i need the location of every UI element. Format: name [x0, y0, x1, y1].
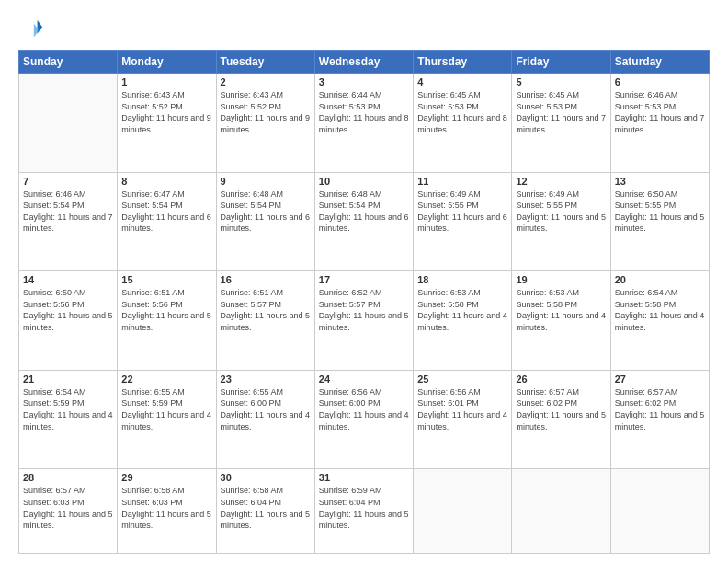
day-number: 6 [615, 76, 705, 87]
day-info: Sunrise: 6:58 AM Sunset: 6:04 PM Dayligh… [221, 485, 311, 531]
calendar-cell [19, 74, 118, 173]
logo [18, 17, 48, 42]
day-info: Sunrise: 6:56 AM Sunset: 6:00 PM Dayligh… [319, 386, 409, 432]
day-info: Sunrise: 6:48 AM Sunset: 5:54 PM Dayligh… [319, 189, 409, 235]
logo-icon [18, 17, 44, 42]
calendar-cell: 30Sunrise: 6:58 AM Sunset: 6:04 PM Dayli… [216, 469, 314, 554]
calendar-cell: 5Sunrise: 6:45 AM Sunset: 5:53 PM Daylig… [512, 74, 610, 173]
day-info: Sunrise: 6:50 AM Sunset: 5:55 PM Dayligh… [615, 189, 705, 235]
day-info: Sunrise: 6:59 AM Sunset: 6:04 PM Dayligh… [319, 485, 409, 531]
day-number: 22 [121, 373, 211, 385]
day-number: 30 [221, 472, 311, 483]
day-number: 14 [23, 274, 113, 285]
day-number: 2 [221, 76, 311, 87]
day-number: 19 [516, 274, 606, 285]
week-row-1: 1Sunrise: 6:43 AM Sunset: 5:52 PM Daylig… [19, 74, 710, 173]
day-number: 23 [221, 373, 311, 385]
day-number: 18 [417, 274, 507, 285]
day-number: 28 [23, 472, 113, 483]
day-number: 21 [23, 373, 113, 385]
calendar-cell: 1Sunrise: 6:43 AM Sunset: 5:52 PM Daylig… [118, 74, 216, 173]
calendar-cell: 25Sunrise: 6:56 AM Sunset: 6:01 PM Dayli… [414, 370, 512, 469]
calendar-cell: 10Sunrise: 6:48 AM Sunset: 5:54 PM Dayli… [314, 172, 413, 271]
calendar-cell: 13Sunrise: 6:50 AM Sunset: 5:55 PM Dayli… [610, 172, 709, 271]
day-info: Sunrise: 6:50 AM Sunset: 5:56 PM Dayligh… [23, 287, 113, 333]
day-info: Sunrise: 6:57 AM Sunset: 6:02 PM Dayligh… [516, 386, 606, 432]
calendar-cell: 8Sunrise: 6:47 AM Sunset: 5:54 PM Daylig… [118, 172, 216, 271]
calendar-cell: 7Sunrise: 6:46 AM Sunset: 5:54 PM Daylig… [19, 172, 118, 271]
page: SundayMondayTuesdayWednesdayThursdayFrid… [0, 0, 728, 563]
weekday-header-saturday: Saturday [610, 51, 709, 74]
day-number: 7 [23, 176, 113, 187]
calendar-cell: 29Sunrise: 6:58 AM Sunset: 6:03 PM Dayli… [118, 469, 216, 554]
weekday-header-thursday: Thursday [414, 51, 512, 74]
week-row-3: 14Sunrise: 6:50 AM Sunset: 5:56 PM Dayli… [19, 271, 710, 371]
weekday-header-tuesday: Tuesday [216, 51, 314, 74]
calendar-cell: 14Sunrise: 6:50 AM Sunset: 5:56 PM Dayli… [19, 271, 118, 371]
calendar-cell: 9Sunrise: 6:48 AM Sunset: 5:54 PM Daylig… [216, 172, 314, 271]
day-info: Sunrise: 6:48 AM Sunset: 5:54 PM Dayligh… [221, 189, 311, 235]
day-info: Sunrise: 6:53 AM Sunset: 5:58 PM Dayligh… [516, 287, 606, 333]
day-info: Sunrise: 6:53 AM Sunset: 5:58 PM Dayligh… [417, 287, 507, 333]
calendar-cell [610, 469, 709, 554]
day-number: 4 [417, 76, 507, 87]
day-info: Sunrise: 6:56 AM Sunset: 6:01 PM Dayligh… [417, 386, 507, 432]
day-info: Sunrise: 6:52 AM Sunset: 5:57 PM Dayligh… [319, 287, 409, 333]
header [18, 17, 710, 42]
day-info: Sunrise: 6:44 AM Sunset: 5:53 PM Dayligh… [319, 89, 409, 135]
calendar-cell: 24Sunrise: 6:56 AM Sunset: 6:00 PM Dayli… [314, 370, 413, 469]
calendar-cell: 3Sunrise: 6:44 AM Sunset: 5:53 PM Daylig… [314, 74, 413, 173]
day-info: Sunrise: 6:54 AM Sunset: 5:58 PM Dayligh… [615, 287, 705, 333]
weekday-header-monday: Monday [118, 51, 216, 74]
calendar-cell: 6Sunrise: 6:46 AM Sunset: 5:53 PM Daylig… [610, 74, 709, 173]
day-number: 1 [121, 76, 211, 87]
day-number: 17 [319, 274, 409, 285]
weekday-header-friday: Friday [512, 51, 610, 74]
calendar-cell: 17Sunrise: 6:52 AM Sunset: 5:57 PM Dayli… [314, 271, 413, 371]
day-info: Sunrise: 6:45 AM Sunset: 5:53 PM Dayligh… [417, 89, 507, 135]
day-info: Sunrise: 6:46 AM Sunset: 5:53 PM Dayligh… [615, 89, 705, 135]
calendar-cell: 19Sunrise: 6:53 AM Sunset: 5:58 PM Dayli… [512, 271, 610, 371]
day-info: Sunrise: 6:51 AM Sunset: 5:56 PM Dayligh… [121, 287, 211, 333]
calendar-cell: 2Sunrise: 6:43 AM Sunset: 5:52 PM Daylig… [216, 74, 314, 173]
calendar-cell: 11Sunrise: 6:49 AM Sunset: 5:55 PM Dayli… [414, 172, 512, 271]
weekday-header-wednesday: Wednesday [314, 51, 413, 74]
day-info: Sunrise: 6:54 AM Sunset: 5:59 PM Dayligh… [23, 386, 113, 432]
day-number: 11 [417, 176, 507, 187]
svg-marker-0 [38, 20, 43, 34]
calendar-cell [512, 469, 610, 554]
calendar-cell [414, 469, 512, 554]
day-number: 24 [319, 373, 409, 385]
day-number: 3 [319, 76, 409, 87]
day-info: Sunrise: 6:57 AM Sunset: 6:03 PM Dayligh… [23, 485, 113, 531]
calendar-cell: 27Sunrise: 6:57 AM Sunset: 6:02 PM Dayli… [610, 370, 709, 469]
week-row-5: 28Sunrise: 6:57 AM Sunset: 6:03 PM Dayli… [19, 469, 710, 554]
day-number: 12 [516, 176, 606, 187]
calendar-cell: 20Sunrise: 6:54 AM Sunset: 5:58 PM Dayli… [610, 271, 709, 371]
calendar-cell: 22Sunrise: 6:55 AM Sunset: 5:59 PM Dayli… [118, 370, 216, 469]
day-info: Sunrise: 6:45 AM Sunset: 5:53 PM Dayligh… [516, 89, 606, 135]
day-number: 25 [417, 373, 507, 385]
calendar-cell: 23Sunrise: 6:55 AM Sunset: 6:00 PM Dayli… [216, 370, 314, 469]
day-number: 8 [121, 176, 211, 187]
day-number: 27 [615, 373, 705, 385]
day-number: 31 [319, 472, 409, 483]
calendar-cell: 21Sunrise: 6:54 AM Sunset: 5:59 PM Dayli… [19, 370, 118, 469]
day-info: Sunrise: 6:57 AM Sunset: 6:02 PM Dayligh… [615, 386, 705, 432]
calendar-table: SundayMondayTuesdayWednesdayThursdayFrid… [18, 50, 710, 554]
day-number: 16 [221, 274, 311, 285]
week-row-4: 21Sunrise: 6:54 AM Sunset: 5:59 PM Dayli… [19, 370, 710, 469]
calendar-cell: 12Sunrise: 6:49 AM Sunset: 5:55 PM Dayli… [512, 172, 610, 271]
calendar-cell: 26Sunrise: 6:57 AM Sunset: 6:02 PM Dayli… [512, 370, 610, 469]
calendar-cell: 28Sunrise: 6:57 AM Sunset: 6:03 PM Dayli… [19, 469, 118, 554]
day-number: 26 [516, 373, 606, 385]
day-info: Sunrise: 6:55 AM Sunset: 5:59 PM Dayligh… [121, 386, 211, 432]
day-info: Sunrise: 6:49 AM Sunset: 5:55 PM Dayligh… [516, 189, 606, 235]
day-number: 20 [615, 274, 705, 285]
weekday-header-row: SundayMondayTuesdayWednesdayThursdayFrid… [19, 51, 710, 74]
day-info: Sunrise: 6:58 AM Sunset: 6:03 PM Dayligh… [121, 485, 211, 531]
day-info: Sunrise: 6:47 AM Sunset: 5:54 PM Dayligh… [121, 189, 211, 235]
day-info: Sunrise: 6:43 AM Sunset: 5:52 PM Dayligh… [221, 89, 311, 135]
weekday-header-sunday: Sunday [19, 51, 118, 74]
day-info: Sunrise: 6:43 AM Sunset: 5:52 PM Dayligh… [121, 89, 211, 135]
